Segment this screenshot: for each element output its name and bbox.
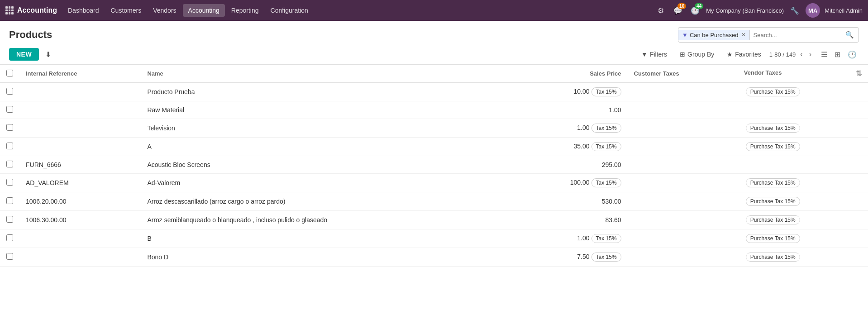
table-row[interactable]: A 35.00Tax 15% Purchase Tax 15%: [0, 138, 868, 156]
row-checkbox[interactable]: [6, 88, 13, 95]
row-checkbox[interactable]: [6, 179, 13, 186]
customer-tax-tag: Tax 15%: [591, 253, 621, 262]
user-name[interactable]: Mitchell Admin: [825, 7, 863, 14]
support-icon[interactable]: ⚙: [654, 4, 667, 17]
row-checkbox[interactable]: [6, 161, 13, 167]
cell-vendor-taxes: [738, 101, 868, 119]
cell-name: Arroz descascarillado (arroz cargo o arr…: [141, 192, 506, 211]
cell-vendor-taxes: Purchase Tax 15%: [738, 248, 868, 267]
cell-name: B: [141, 229, 506, 248]
customer-tax-tag: Tax 15%: [591, 87, 621, 96]
kanban-view-button[interactable]: ⊞: [832, 49, 843, 60]
row-checkbox[interactable]: [6, 106, 13, 113]
vendor-tax-tag: Purchase Tax 15%: [746, 124, 800, 133]
row-checkbox-cell[interactable]: [0, 101, 19, 119]
cell-ref: [19, 101, 141, 119]
company-name[interactable]: My Company (San Francisco): [706, 7, 784, 14]
prev-page-button[interactable]: ‹: [798, 49, 804, 59]
activity-icon[interactable]: 🕐 44: [689, 4, 701, 17]
row-checkbox[interactable]: [6, 143, 13, 149]
groupby-button[interactable]: ⊞ Group By: [677, 49, 717, 60]
table-row[interactable]: 1006.20.00.00 Arroz descascarillado (arr…: [0, 192, 868, 211]
table-row[interactable]: B 1.00Tax 15% Purchase Tax 15%: [0, 229, 868, 248]
chat-badge: 10: [677, 3, 686, 9]
col-header-vendor-taxes[interactable]: Vendor Taxes ⇅: [738, 65, 868, 83]
row-checkbox[interactable]: [6, 234, 13, 241]
row-checkbox-cell[interactable]: [0, 248, 19, 267]
table-row[interactable]: 1006.30.00.00 Arroz semiblanqueado o bla…: [0, 211, 868, 229]
filter-remove-button[interactable]: ✕: [741, 32, 746, 38]
page-header: Products ▼ Can be Purchased ✕ 🔍: [0, 21, 868, 46]
app-logo[interactable]: Accounting: [5, 6, 57, 14]
table-row[interactable]: FURN_6666 Acoustic Bloc Screens 295.00: [0, 156, 868, 174]
column-adjust-icon[interactable]: ⇅: [856, 69, 862, 78]
table-row[interactable]: Television 1.00Tax 15% Purchase Tax 15%: [0, 119, 868, 138]
row-checkbox[interactable]: [6, 124, 13, 131]
topnav-right: ⚙ 💬 10 🕐 44 My Company (San Francisco) 🔧…: [654, 3, 863, 18]
row-checkbox-cell[interactable]: [0, 229, 19, 248]
col-header-customer-taxes[interactable]: Customer Taxes: [628, 65, 738, 83]
table-row[interactable]: Raw Material 1.00: [0, 101, 868, 119]
cell-customer-taxes: [628, 174, 738, 192]
star-icon: ★: [727, 51, 733, 58]
select-all-checkbox[interactable]: [6, 70, 13, 76]
cell-customer-taxes: [628, 192, 738, 211]
row-checkbox-cell[interactable]: [0, 211, 19, 229]
nav-dashboard[interactable]: Dashboard: [62, 4, 105, 17]
products-table: Internal Reference Name Sales Price Cust…: [0, 65, 868, 267]
nav-customers[interactable]: Customers: [105, 4, 147, 17]
row-checkbox-cell[interactable]: [0, 156, 19, 174]
table-body: Producto Prueba 10.00Tax 15% Purchase Ta…: [0, 83, 868, 267]
table-row[interactable]: Bono D 7.50Tax 15% Purchase Tax 15%: [0, 248, 868, 267]
cell-vendor-taxes: [738, 156, 868, 174]
row-checkbox-cell[interactable]: [0, 174, 19, 192]
filter-icon: ▼: [641, 51, 648, 58]
row-checkbox[interactable]: [6, 216, 13, 223]
nav-reporting[interactable]: Reporting: [226, 4, 264, 17]
search-bar: ▼ Can be Purchased ✕ 🔍: [678, 27, 859, 43]
favorites-label: Favorites: [735, 51, 761, 58]
cell-customer-taxes: [628, 248, 738, 267]
cell-sales-price: 35.00Tax 15%: [506, 138, 627, 156]
vendor-tax-tag: Purchase Tax 15%: [746, 253, 800, 262]
new-button[interactable]: NEW: [9, 48, 39, 61]
top-navigation: Accounting Dashboard Customers Vendors A…: [0, 0, 868, 21]
user-avatar[interactable]: MA: [806, 3, 820, 18]
row-checkbox-cell[interactable]: [0, 119, 19, 138]
row-checkbox[interactable]: [6, 253, 13, 260]
chat-icon[interactable]: 💬 10: [672, 4, 684, 17]
settings-icon[interactable]: 🔧: [788, 4, 801, 17]
active-filter-tag: ▼ Can be Purchased ✕: [678, 30, 750, 40]
cell-name: A: [141, 138, 506, 156]
row-checkbox-cell[interactable]: [0, 138, 19, 156]
col-header-ref[interactable]: Internal Reference: [19, 65, 141, 83]
select-all-header[interactable]: [0, 65, 19, 83]
pagination: 1-80 / 149 ‹ ›: [769, 49, 813, 59]
nav-configuration[interactable]: Configuration: [265, 4, 314, 17]
cell-ref: [19, 119, 141, 138]
filters-button[interactable]: ▼ Filters: [639, 49, 670, 60]
next-page-button[interactable]: ›: [807, 49, 813, 59]
cell-vendor-taxes: Purchase Tax 15%: [738, 119, 868, 138]
col-header-sales-price[interactable]: Sales Price: [506, 65, 627, 83]
upload-button[interactable]: ⬇: [43, 48, 54, 61]
vendor-tax-tag: Purchase Tax 15%: [746, 178, 800, 187]
cell-customer-taxes: [628, 156, 738, 174]
row-checkbox-cell[interactable]: [0, 192, 19, 211]
table-row[interactable]: Producto Prueba 10.00Tax 15% Purchase Ta…: [0, 83, 868, 101]
favorites-button[interactable]: ★ Favorites: [724, 49, 764, 60]
list-view-button[interactable]: ☰: [819, 49, 830, 60]
row-checkbox-cell[interactable]: [0, 83, 19, 101]
table-row[interactable]: AD_VALOREM Ad-Valorem 100.00Tax 15% Purc…: [0, 174, 868, 192]
clock-view-button[interactable]: 🕐: [845, 49, 859, 60]
col-header-name[interactable]: Name: [141, 65, 506, 83]
row-checkbox[interactable]: [6, 197, 13, 204]
nav-vendors[interactable]: Vendors: [148, 4, 181, 17]
nav-accounting[interactable]: Accounting: [183, 4, 225, 17]
customer-tax-tag: Tax 15%: [591, 178, 621, 187]
groupby-label: Group By: [687, 51, 714, 58]
search-input[interactable]: [750, 30, 841, 40]
vendor-tax-tag: Purchase Tax 15%: [746, 215, 800, 224]
search-submit-icon[interactable]: 🔍: [841, 31, 858, 39]
toolbar: NEW ⬇ ▼ Filters ⊞ Group By ★ Favorites 1…: [0, 46, 868, 64]
